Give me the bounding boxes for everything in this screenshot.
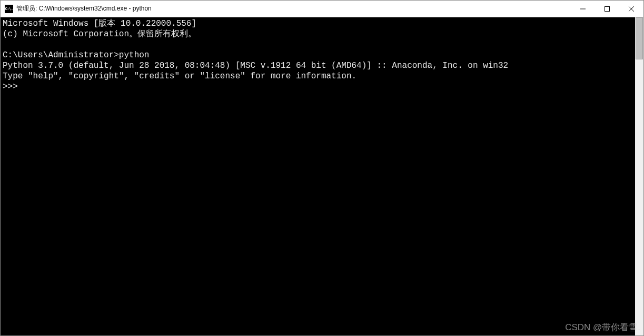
terminal-output[interactable]: Microsoft Windows [版本 10.0.22000.556] (c… (1, 17, 635, 335)
terminal-line: Microsoft Windows [版本 10.0.22000.556] (3, 19, 196, 28)
cmd-app-icon: C:\. (5, 5, 13, 13)
terminal-container: Microsoft Windows [版本 10.0.22000.556] (c… (1, 17, 643, 335)
maximize-button[interactable] (595, 1, 619, 17)
python-help-line: Type "help", "copyright", "credits" or "… (3, 72, 356, 81)
vertical-scrollbar[interactable] (635, 17, 643, 335)
close-button[interactable] (619, 1, 643, 17)
prompt-path: C:\Users\Administrator> (3, 50, 119, 60)
svg-rect-1 (605, 6, 610, 11)
terminal-line: (c) Microsoft Corporation。保留所有权利。 (3, 29, 196, 39)
titlebar[interactable]: C:\. 管理员: C:\Windows\system32\cmd.exe - … (1, 1, 643, 17)
close-icon (629, 6, 634, 12)
window-title: 管理员: C:\Windows\system32\cmd.exe - pytho… (16, 4, 571, 13)
window-controls (571, 1, 643, 17)
maximize-icon (605, 6, 610, 12)
repl-prompt[interactable]: >>> (3, 82, 23, 91)
minimize-button[interactable] (571, 1, 595, 17)
minimize-icon (580, 6, 586, 12)
typed-command: python (119, 50, 150, 60)
python-version-line: Python 3.7.0 (default, Jun 28 2018, 08:0… (3, 61, 508, 70)
cmd-window: C:\. 管理员: C:\Windows\system32\cmd.exe - … (0, 0, 644, 336)
scrollbar-thumb[interactable] (636, 17, 643, 59)
